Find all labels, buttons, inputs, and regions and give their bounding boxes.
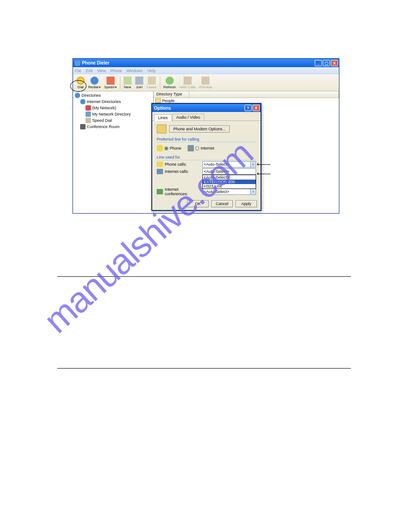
chevron-down-icon[interactable]: v	[250, 162, 256, 167]
help-button[interactable]: ?	[244, 105, 252, 111]
speed-dial-icon	[86, 118, 91, 123]
toolbar-join[interactable]: Join	[135, 77, 143, 89]
cancel-button[interactable]: Cancel	[211, 200, 233, 207]
toolbar-preview-label: Preview	[199, 85, 212, 89]
modem-icon	[157, 124, 167, 133]
close-button[interactable]: X	[331, 60, 338, 66]
annotation-arrow-1	[258, 164, 270, 165]
conference-icon	[80, 124, 86, 129]
toolbar-redial[interactable]: Redial▾	[88, 77, 101, 89]
menu-help[interactable]: Help	[147, 69, 156, 73]
globe-icon	[75, 93, 80, 98]
menu-file[interactable]: File	[75, 69, 81, 73]
toolbar-leave-label: Leave	[147, 85, 157, 89]
main-titlebar: Phone Dieler _ ▢ X	[73, 59, 339, 67]
phone-icon	[157, 162, 163, 167]
options-close-button[interactable]: X	[253, 105, 260, 111]
hide-icon	[184, 77, 192, 85]
preferred-phone-option[interactable]: Phone	[157, 145, 181, 151]
redial-icon	[90, 77, 98, 85]
internet-calls-combo[interactable]: <Auto-Select> <Auto-Select> EXTENSION 20…	[202, 168, 256, 175]
internet-icon	[157, 169, 163, 174]
radio-phone-label: Phone	[170, 146, 181, 150]
chevron-down-icon: ▾	[115, 86, 117, 89]
options-titlebar: Options ? X	[152, 104, 261, 112]
menu-phone[interactable]: Phone	[110, 69, 122, 73]
internet-icon	[188, 145, 194, 151]
internet-conferences-value: <Auto-Select>	[204, 189, 229, 194]
menu-edit[interactable]: Edit	[86, 69, 93, 73]
tree-item-label: Conference Room	[87, 124, 120, 129]
toolbar-hide-label: Hide Calls	[180, 85, 196, 89]
tree-item-label: Speed Dial	[92, 118, 112, 123]
preview-icon	[201, 77, 210, 85]
tree-root[interactable]: Directories	[74, 92, 152, 99]
toolbar-preview: Preview	[199, 77, 212, 89]
radio-internet[interactable]	[195, 146, 199, 150]
preferred-line-group-label: Preferred line for calling	[157, 137, 256, 142]
options-title: Options	[154, 106, 244, 111]
chevron-down-icon: ▾	[99, 86, 101, 89]
menu-windows[interactable]: Windows	[126, 69, 143, 73]
directory-tree: Directories Internet Directories (My Net…	[73, 91, 154, 213]
app-icon	[75, 60, 80, 66]
combo-dropdown-list: <Auto-Select> EXTENSION 200 H323 Line	[202, 175, 256, 189]
tree-root-label: Directories	[81, 93, 101, 98]
internet-calls-row: Internet calls: <Auto-Select> <Auto-Sele…	[157, 168, 256, 175]
toolbar-separator	[120, 77, 120, 89]
preferred-internet-option[interactable]: Internet	[188, 145, 214, 151]
tree-conference-room[interactable]: Conference Room	[74, 124, 152, 130]
tab-audio-video[interactable]: Audio / Video	[172, 114, 204, 120]
tab-lines[interactable]: Lines	[154, 114, 172, 121]
toolbar-hide-calls: Hide Calls	[180, 77, 196, 89]
tree-internet-directories[interactable]: Internet Directories	[74, 99, 152, 105]
toolbar-refresh-label: Refresh	[163, 85, 176, 89]
minimize-button[interactable]: _	[315, 60, 322, 66]
menu-view[interactable]: View	[97, 69, 106, 73]
tree-my-network[interactable]: (My Network)	[74, 105, 152, 111]
combo-option-selected[interactable]: EXTENSION 200	[203, 180, 256, 184]
combo-option[interactable]: H323 Line	[203, 184, 256, 189]
tree-item-label: (My Network)	[92, 106, 116, 110]
toolbar-new[interactable]: New	[124, 77, 132, 89]
phone-calls-combo[interactable]: <Auto-Select> v	[202, 161, 256, 167]
toolbar-join-label: Join	[136, 85, 142, 89]
maximize-button[interactable]: ▢	[323, 60, 330, 66]
menubar: File Edit View Phone Windows Help	[73, 67, 339, 74]
phone-modem-options-button[interactable]: Phone and Modem Options...	[169, 125, 230, 133]
tree-speed-dial[interactable]: Speed Dial	[74, 117, 152, 124]
globe-icon	[80, 99, 86, 104]
combo-option[interactable]: <Auto-Select>	[203, 175, 256, 180]
join-icon	[135, 77, 143, 85]
toolbar-separator	[160, 77, 160, 89]
column-headers: Directory Type	[154, 91, 339, 98]
internet-calls-label: Internet calls:	[165, 169, 202, 174]
tree-item-label: My Network Directory	[92, 112, 131, 116]
phone-calls-value: <Auto-Select>	[204, 162, 229, 167]
options-tabs: Lines Audio / Video	[152, 112, 261, 121]
conference-icon	[157, 189, 163, 194]
chevron-down-icon[interactable]: v	[250, 189, 256, 194]
page-divider	[57, 276, 351, 277]
speed-icon	[107, 77, 115, 85]
new-icon	[124, 77, 132, 85]
phone-calls-label: Phone calls:	[165, 162, 202, 167]
refresh-icon	[166, 77, 174, 85]
radio-phone[interactable]	[164, 146, 168, 150]
column-empty	[189, 91, 339, 98]
leave-icon	[148, 77, 156, 85]
tree-item-label: Internet Directories	[87, 99, 121, 104]
toolbar-dial[interactable]: Dial	[77, 77, 85, 89]
options-dialog: Options ? X Lines Audio / Video Phone an…	[151, 103, 261, 211]
toolbar-new-label: New	[124, 85, 131, 89]
internet-conferences-combo[interactable]: <Auto-Select> v	[202, 189, 256, 195]
ok-button[interactable]: OK	[187, 200, 209, 207]
toolbar-speed[interactable]: Speed▾	[104, 77, 117, 89]
apply-button[interactable]: Apply	[235, 200, 257, 207]
tree-my-network-directory[interactable]: My Network Directory	[74, 111, 152, 117]
line-used-for-group-label: Line used for	[157, 155, 256, 160]
toolbar-speed-label: Speed	[104, 85, 115, 89]
phone-calls-row: Phone calls: <Auto-Select> v	[157, 161, 256, 167]
toolbar-refresh[interactable]: Refresh	[163, 77, 176, 89]
column-directory-type[interactable]: Directory Type	[154, 91, 189, 98]
